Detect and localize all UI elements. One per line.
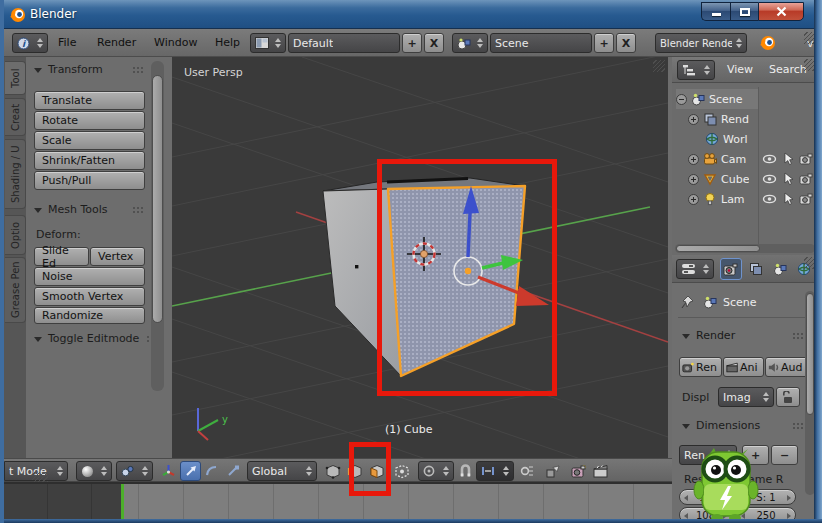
render-layers-tab[interactable] bbox=[745, 258, 767, 280]
selectable-arrow-icon[interactable] bbox=[782, 192, 795, 206]
expand-icon[interactable] bbox=[688, 174, 699, 185]
pivot-point-dropdown[interactable] bbox=[116, 461, 153, 481]
translate-button[interactable]: Translate bbox=[34, 91, 145, 110]
screen-layout-name-field[interactable]: Default bbox=[288, 33, 400, 53]
viewport-shading-dropdown[interactable] bbox=[76, 461, 112, 481]
pin-icon[interactable] bbox=[680, 295, 694, 310]
outliner-h-scrollbar[interactable] bbox=[675, 244, 815, 253]
expand-icon[interactable] bbox=[688, 154, 699, 165]
snap-toggle-button[interactable] bbox=[456, 461, 474, 481]
scene-delete-button[interactable]: X bbox=[616, 33, 636, 53]
outliner-item-camera[interactable]: Cam bbox=[688, 149, 746, 169]
outliner-item-lamp[interactable]: Lam bbox=[688, 189, 745, 209]
menu-help[interactable]: Help bbox=[215, 36, 240, 49]
outliner-item-cube[interactable]: Cube bbox=[688, 169, 749, 189]
expand-icon[interactable] bbox=[688, 114, 699, 125]
visibility-eye-icon[interactable] bbox=[762, 153, 777, 165]
edge-slide-button[interactable]: Slide Ed bbox=[34, 247, 89, 266]
menu-file[interactable]: File bbox=[58, 36, 76, 49]
proportional-edit-dropdown[interactable] bbox=[418, 461, 454, 481]
noise-button[interactable]: Noise bbox=[34, 267, 145, 286]
timeline[interactable] bbox=[4, 482, 672, 519]
opengl-render-button[interactable] bbox=[568, 461, 590, 481]
outliner-item-world[interactable]: Worl bbox=[705, 129, 748, 149]
opengl-render-anim-button[interactable] bbox=[590, 461, 612, 481]
outliner-editor-selector[interactable] bbox=[677, 60, 715, 80]
visibility-eye-icon[interactable] bbox=[762, 173, 777, 185]
outliner-item-renderlayers[interactable]: Rend bbox=[688, 109, 749, 129]
tool-shelf-scrollbar[interactable] bbox=[151, 61, 164, 391]
screen-delete-button[interactable]: X bbox=[424, 33, 444, 53]
mesh-tools-panel-header[interactable]: Mesh Tools bbox=[34, 203, 108, 216]
properties-editor-selector[interactable] bbox=[676, 259, 714, 279]
scrollbar-thumb[interactable] bbox=[152, 75, 163, 323]
scale-button[interactable]: Scale bbox=[34, 131, 145, 150]
scale-manipulator-button[interactable] bbox=[223, 461, 243, 481]
scene-selector[interactable] bbox=[452, 33, 488, 53]
panel-grip-icon[interactable] bbox=[132, 206, 145, 213]
tab-options[interactable]: Optio bbox=[5, 215, 26, 255]
decrement-arrow-icon[interactable] bbox=[684, 495, 688, 501]
minimize-button[interactable] bbox=[701, 2, 730, 21]
render-engine-selector[interactable]: Blender Render bbox=[655, 33, 747, 53]
dimensions-panel-header[interactable]: Dimensions bbox=[682, 419, 760, 432]
snap-target-button[interactable] bbox=[516, 461, 536, 481]
outliner-item-scene[interactable]: Scene bbox=[676, 89, 758, 109]
lock-interface-button[interactable] bbox=[776, 387, 800, 407]
menu-window[interactable]: Window bbox=[154, 36, 197, 49]
collapse-icon[interactable] bbox=[676, 94, 687, 105]
pinned-id-name[interactable]: Scene bbox=[723, 296, 757, 309]
push-pull-button[interactable]: Push/Pull bbox=[34, 171, 145, 190]
close-button[interactable] bbox=[758, 2, 804, 21]
vertex-select-button[interactable] bbox=[322, 461, 343, 481]
render-tab[interactable] bbox=[720, 258, 742, 280]
translate-manipulator-button[interactable] bbox=[180, 461, 201, 481]
panel-grip-icon[interactable] bbox=[132, 66, 145, 73]
render-animation-button[interactable]: Ani bbox=[723, 357, 764, 377]
renderable-camera-icon[interactable] bbox=[799, 193, 814, 205]
tab-create[interactable]: Creat bbox=[5, 98, 26, 136]
snap-peel-object-button[interactable] bbox=[542, 461, 564, 481]
increment-arrow-icon[interactable] bbox=[787, 495, 791, 501]
menu-render[interactable]: Render bbox=[97, 36, 136, 49]
scene-add-button[interactable]: + bbox=[594, 33, 614, 53]
shrink-fatten-button[interactable]: Shrink/Fatten bbox=[34, 151, 145, 170]
outliner-search-menu[interactable]: Search bbox=[769, 63, 807, 76]
viewport-corner-grip[interactable] bbox=[653, 60, 665, 72]
transform-panel-header[interactable]: Transform bbox=[34, 63, 103, 76]
titlebar[interactable]: Blender bbox=[0, 0, 822, 29]
editor-type-selector[interactable]: i bbox=[12, 33, 48, 53]
randomize-button[interactable]: Randomize bbox=[34, 307, 145, 324]
render-audio-button[interactable]: Aud bbox=[765, 357, 810, 377]
current-frame-marker[interactable] bbox=[121, 482, 124, 519]
tab-grease-pencil[interactable]: Grease Pen bbox=[5, 257, 26, 323]
rotate-manipulator-button[interactable] bbox=[202, 461, 222, 481]
selectable-arrow-icon[interactable] bbox=[782, 152, 795, 166]
scrollbar-thumb[interactable] bbox=[806, 293, 814, 415]
render-panel-header[interactable]: Render bbox=[682, 329, 735, 342]
render-still-button[interactable]: Ren bbox=[679, 357, 722, 377]
panel-grip-icon[interactable] bbox=[792, 422, 805, 429]
toggle-editmode-panel-header[interactable]: Toggle Editmode bbox=[34, 332, 139, 345]
expand-icon[interactable] bbox=[688, 194, 699, 205]
tab-tools[interactable]: Tool bbox=[5, 61, 26, 95]
vertex-dot[interactable] bbox=[355, 265, 358, 268]
maximize-button[interactable] bbox=[730, 2, 758, 21]
renderable-camera-icon[interactable] bbox=[799, 173, 814, 185]
scene-name-field[interactable]: Scene bbox=[490, 33, 592, 53]
limit-selection-visible-button[interactable] bbox=[391, 461, 412, 481]
visibility-eye-icon[interactable] bbox=[762, 193, 777, 205]
renderable-camera-icon[interactable] bbox=[799, 153, 814, 165]
scene-tab[interactable] bbox=[769, 258, 791, 280]
manipulator-toggle-button[interactable] bbox=[158, 461, 178, 481]
rotate-button[interactable]: Rotate bbox=[34, 111, 145, 130]
preset-remove-button[interactable]: − bbox=[771, 445, 798, 465]
vertex-slide-button[interactable]: Vertex bbox=[90, 247, 145, 266]
panel-grip-icon[interactable] bbox=[792, 332, 805, 339]
screen-layout-selector[interactable] bbox=[250, 33, 286, 53]
screen-add-button[interactable]: + bbox=[402, 33, 422, 53]
outliner-view-menu[interactable]: View bbox=[727, 63, 753, 76]
scrollbar-thumb[interactable] bbox=[676, 245, 760, 252]
selectable-arrow-icon[interactable] bbox=[782, 172, 795, 186]
transform-orientation-dropdown[interactable]: Global bbox=[247, 461, 317, 481]
